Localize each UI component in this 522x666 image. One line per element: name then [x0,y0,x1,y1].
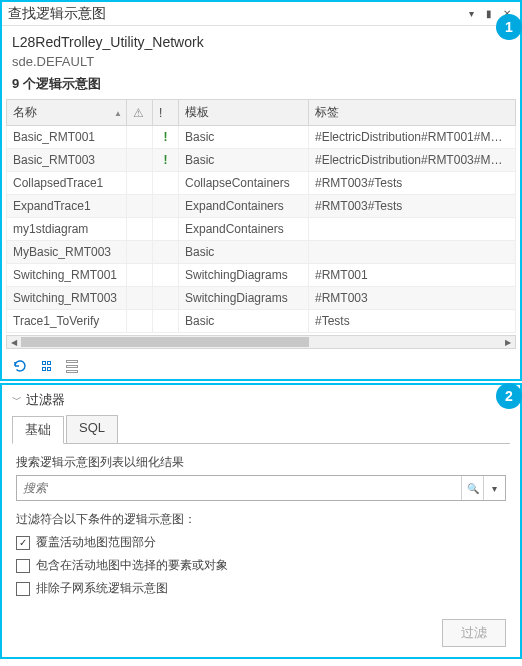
table-row[interactable]: Switching_RMT003SwitchingDiagrams#RMT003 [7,287,516,310]
table-row[interactable]: MyBasic_RMT003Basic [7,241,516,264]
dropdown-icon[interactable]: ▾ [464,7,478,21]
cell-template: ExpandContainers [179,195,309,218]
table-row[interactable]: Basic_RMT003!Basic#ElectricDistribution#… [7,149,516,172]
checkbox[interactable] [16,559,30,573]
cell-warning [127,149,153,172]
search-dropdown[interactable]: ▾ [483,476,505,500]
checkbox-label: 包含在活动地图中选择的要素或对象 [36,557,228,574]
filters-title: 过滤器 [26,391,65,409]
tab-basic[interactable]: 基础 [12,416,64,444]
cell-consistency: ! [153,126,179,149]
consistency-mark-icon: ! [164,153,168,167]
cell-name: Basic_RMT001 [7,126,127,149]
consistency-mark-icon: ! [164,130,168,144]
scroll-track[interactable] [21,336,501,348]
cell-tags: #RMT003 [309,287,516,310]
find-diagrams-pane: 1 查找逻辑示意图 ▾ ▮ ✕ L28RedTrolley_Utility_Ne… [0,0,522,381]
cell-name: Basic_RMT003 [7,149,127,172]
filter-check-row: 排除子网系统逻辑示意图 [16,580,506,597]
cell-warning [127,195,153,218]
table-row[interactable]: Trace1_ToVerifyBasic#Tests [7,310,516,333]
cell-template: SwitchingDiagrams [179,287,309,310]
filter-body: 搜索逻辑示意图列表以细化结果 🔍 ▾ 过滤符合以下条件的逻辑示意图： ✓覆盖活动… [2,444,520,613]
cell-warning [127,218,153,241]
scroll-thumb[interactable] [21,337,309,347]
table-row[interactable]: ExpandTrace1ExpandContainers#RMT003#Test… [7,195,516,218]
filter-check-row: 包含在活动地图中选择的要素或对象 [16,557,506,574]
filter-tabs: 基础 SQL [12,415,510,444]
cell-template: Basic [179,310,309,333]
pane-title: 查找逻辑示意图 [8,5,106,23]
cell-name: my1stdiagram [7,218,127,241]
cell-name: ExpandTrace1 [7,195,127,218]
cell-tags: #RMT003#Tests [309,195,516,218]
filters-header[interactable]: ﹀ 过滤器 [2,385,520,415]
warning-icon: ⚠ [133,106,144,120]
cell-warning [127,172,153,195]
cell-template: SwitchingDiagrams [179,264,309,287]
cell-tags [309,241,516,264]
filter-check-row: ✓覆盖活动地图范围部分 [16,534,506,551]
table-row[interactable]: Switching_RMT001SwitchingDiagrams#RMT001 [7,264,516,287]
table-row[interactable]: my1stdiagramExpandContainers [7,218,516,241]
search-label: 搜索逻辑示意图列表以细化结果 [16,454,506,471]
scroll-right-arrow[interactable]: ▶ [501,336,515,348]
view-toolbar [2,353,520,379]
search-row: 🔍 ▾ [16,475,506,501]
chevron-down-icon: ﹀ [12,393,22,407]
filter-button[interactable]: 过滤 [442,619,506,647]
cell-template: CollapseContainers [179,172,309,195]
table-row[interactable]: CollapsedTrace1CollapseContainers#RMT003… [7,172,516,195]
table-row[interactable]: Basic_RMT001!Basic#ElectricDistribution#… [7,126,516,149]
col-header-warning[interactable]: ⚠ [127,100,153,126]
chevron-down-icon: ▾ [492,483,497,494]
tiles-icon [42,361,51,371]
checkbox-label: 排除子网系统逻辑示意图 [36,580,168,597]
filters-pane: 2 ﹀ 过滤器 基础 SQL 搜索逻辑示意图列表以细化结果 🔍 ▾ 过滤符合以下… [0,383,522,659]
view-list-button[interactable] [62,357,82,375]
list-icon [66,360,78,373]
cell-tags: #RMT001 [309,264,516,287]
cell-consistency [153,264,179,287]
cell-template: Basic [179,149,309,172]
scroll-left-arrow[interactable]: ◀ [7,336,21,348]
cell-consistency [153,287,179,310]
checkbox[interactable] [16,582,30,596]
cell-name: Trace1_ToVerify [7,310,127,333]
cell-warning [127,264,153,287]
col-header-tags[interactable]: 标签 [309,100,516,126]
diagram-grid: 名称 ⚠ ! 模板 标签 Basic_RMT001!Basic#Electric… [6,99,516,333]
cell-tags: #ElectricDistribution#RMT001#Medium Volt… [309,126,516,149]
pane-titlebar: 查找逻辑示意图 ▾ ▮ ✕ [2,2,520,26]
col-header-name[interactable]: 名称 [7,100,127,126]
cell-name: Switching_RMT001 [7,264,127,287]
cell-consistency: ! [153,149,179,172]
cell-template: Basic [179,241,309,264]
checkbox-label: 覆盖活动地图范围部分 [36,534,156,551]
horizontal-scrollbar[interactable]: ◀ ▶ [6,335,516,349]
cell-consistency [153,172,179,195]
network-name: L28RedTrolley_Utility_Network [12,34,510,50]
pin-icon[interactable]: ▮ [482,7,496,21]
search-input[interactable] [17,476,461,500]
cell-consistency [153,310,179,333]
cell-tags: #RMT003#Tests [309,172,516,195]
cell-consistency [153,218,179,241]
col-header-template[interactable]: 模板 [179,100,309,126]
pane-header: L28RedTrolley_Utility_Network sde.DEFAUL… [2,26,520,99]
cell-consistency [153,195,179,218]
col-header-consistency[interactable]: ! [153,100,179,126]
cell-template: Basic [179,126,309,149]
view-tiles-button[interactable] [36,357,56,375]
version-name: sde.DEFAULT [12,54,510,69]
callout-badge-1: 1 [496,14,522,40]
search-button[interactable]: 🔍 [461,476,483,500]
refresh-icon [12,358,28,374]
tab-sql[interactable]: SQL [66,415,118,443]
cell-warning [127,287,153,310]
criteria-label: 过滤符合以下条件的逻辑示意图： [16,511,506,528]
cell-warning [127,310,153,333]
refresh-button[interactable] [10,357,30,375]
checkbox[interactable]: ✓ [16,536,30,550]
cell-consistency [153,241,179,264]
